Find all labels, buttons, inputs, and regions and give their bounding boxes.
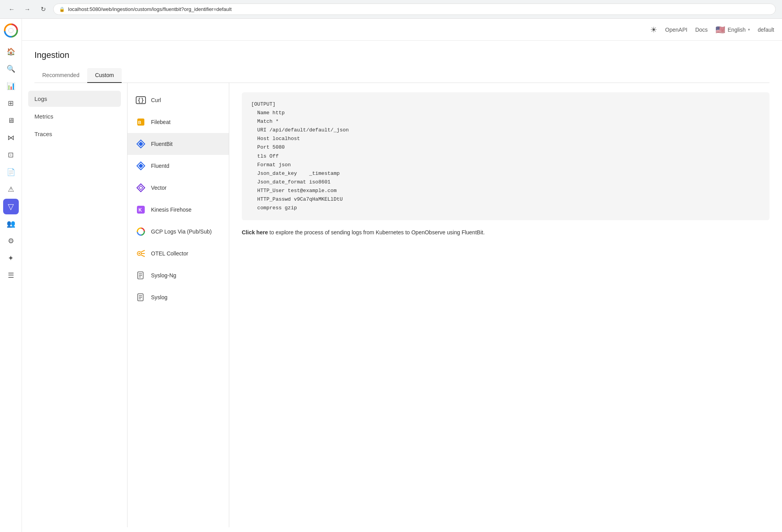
openapi-link[interactable]: OpenAPI: [665, 27, 687, 33]
tool-curl-label: Curl: [151, 97, 161, 103]
language-selector[interactable]: 🇺🇸 English ▾: [715, 25, 750, 34]
tool-syslog-label: Syslog: [151, 294, 167, 300]
ingestion-layout: Logs Metrics Traces {} Curl: [22, 83, 782, 527]
sidebar-item-plugins[interactable]: ✦: [3, 250, 19, 266]
fluentbit-icon: [135, 138, 146, 149]
svg-point-1: [9, 28, 13, 33]
sidebar-item-search[interactable]: 🔍: [3, 61, 19, 77]
tool-otel[interactable]: OTEL Collector: [128, 243, 229, 264]
tool-syslogng[interactable]: Syslog-Ng: [128, 264, 229, 286]
lock-icon: 🔒: [59, 7, 65, 12]
sidebar-item-more[interactable]: ☰: [3, 268, 19, 283]
tab-recommended[interactable]: Recommended: [34, 68, 87, 83]
sidebar-item-dashboard[interactable]: ⊞: [3, 95, 19, 111]
tool-curl[interactable]: {} Curl: [128, 89, 229, 111]
people-icon: 👥: [7, 219, 15, 228]
code-block: [OUTPUT] Name http Match * URI /api/defa…: [242, 92, 769, 220]
user-menu[interactable]: default: [758, 27, 774, 33]
user-label: default: [758, 27, 774, 33]
tool-fluentd[interactable]: Fluentd: [128, 155, 229, 177]
tool-gcp[interactable]: GCP Logs Via (Pub/Sub): [128, 221, 229, 243]
category-logs[interactable]: Logs: [28, 91, 121, 107]
bar-chart-icon: 📊: [7, 82, 15, 90]
tool-otel-label: OTEL Collector: [151, 250, 188, 257]
svg-line-17: [141, 255, 145, 257]
tabs-bar: Recommended Custom: [34, 68, 769, 83]
sidebar-item-home[interactable]: 🏠: [3, 44, 19, 59]
vector-icon: [135, 182, 146, 193]
sidebar-item-pipelines[interactable]: ⋈: [3, 130, 19, 146]
sidebar-item-monitor[interactable]: 🖥: [3, 113, 19, 128]
plugin-icon: ✦: [8, 254, 14, 262]
fluentd-icon: [135, 160, 146, 171]
tool-gcp-label: GCP Logs Via (Pub/Sub): [151, 228, 212, 235]
svg-marker-8: [137, 184, 145, 192]
sidebar-item-iam[interactable]: 👥: [3, 216, 19, 232]
flag-icon: 🇺🇸: [715, 25, 725, 34]
click-here-link[interactable]: Click here: [242, 229, 268, 235]
curl-icon: {}: [135, 95, 146, 106]
tool-filebeat[interactable]: B Filebeat: [128, 111, 229, 133]
link-suffix: to explore the process of sending logs f…: [268, 229, 485, 235]
url-text: localhost:5080/web/ingestion/custom/logs…: [68, 6, 232, 12]
syslog-icon: [135, 292, 146, 303]
svg-text:B: B: [138, 120, 141, 125]
browser-bar: ← → ↻ 🔒 localhost:5080/web/ingestion/cus…: [0, 0, 782, 19]
code-panel: [OUTPUT] Name http Match * URI /api/defa…: [229, 83, 782, 527]
sidebar-item-logs[interactable]: 📄: [3, 164, 19, 180]
link-text: Click here to explore the process of sen…: [242, 228, 769, 237]
openapi-label: OpenAPI: [665, 27, 687, 33]
category-panel: Logs Metrics Traces: [22, 83, 128, 527]
tool-vector[interactable]: Vector: [128, 177, 229, 199]
document-icon: 📄: [7, 168, 15, 176]
language-label: English: [728, 27, 746, 33]
grid-icon: ⊡: [8, 151, 14, 159]
sun-theme-toggle[interactable]: ☀: [650, 25, 657, 34]
syslogng-icon: [135, 270, 146, 281]
gcp-icon: [135, 226, 146, 237]
search-icon: 🔍: [7, 65, 15, 73]
svg-line-15: [141, 250, 145, 252]
monitor-icon: 🖥: [7, 117, 14, 125]
sidebar: 🏠 🔍 📊 ⊞ 🖥 ⋈ ⊡ 📄 ⚠ ▽ 👥: [0, 19, 22, 532]
back-button[interactable]: ←: [6, 4, 17, 15]
svg-point-14: [138, 253, 140, 254]
page-body: Ingestion Recommended Custom Logs Metric…: [22, 41, 782, 532]
docs-link[interactable]: Docs: [695, 27, 708, 33]
forward-button[interactable]: →: [22, 4, 33, 15]
logo[interactable]: [4, 23, 18, 38]
sidebar-item-alert-bell[interactable]: ⚠: [3, 182, 19, 197]
refresh-button[interactable]: ↻: [38, 4, 49, 15]
tool-vector-label: Vector: [151, 185, 167, 191]
kinesis-icon: K: [135, 204, 146, 215]
list-icon: ☰: [8, 271, 14, 280]
tool-fluentbit-label: FluentBit: [151, 141, 173, 147]
app: 🏠 🔍 📊 ⊞ 🖥 ⋈ ⊡ 📄 ⚠ ▽ 👥: [0, 19, 782, 532]
top-header: ☀ OpenAPI Docs 🇺🇸 English ▾ default: [22, 19, 782, 41]
page-header: Ingestion Recommended Custom: [22, 41, 782, 83]
page-title: Ingestion: [34, 50, 769, 60]
home-icon: 🏠: [7, 47, 15, 56]
category-traces[interactable]: Traces: [28, 126, 121, 142]
tab-custom[interactable]: Custom: [87, 68, 122, 83]
svg-marker-9: [139, 186, 143, 190]
docs-label: Docs: [695, 27, 708, 33]
chevron-down-icon: ▾: [748, 27, 750, 32]
address-bar[interactable]: 🔒 localhost:5080/web/ingestion/custom/lo…: [53, 4, 776, 15]
category-metrics[interactable]: Metrics: [28, 108, 121, 124]
dashboard-icon: ⊞: [8, 99, 14, 108]
tool-fluentd-label: Fluentd: [151, 163, 169, 169]
sidebar-item-alerts[interactable]: ⊡: [3, 147, 19, 163]
otel-icon: [135, 248, 146, 259]
tool-kinesis[interactable]: K Kinesis Firehose: [128, 199, 229, 221]
sidebar-item-ingestion[interactable]: ▽: [3, 199, 19, 214]
tool-fluentbit[interactable]: FluentBit: [128, 133, 229, 155]
alert-icon: ⚠: [8, 185, 14, 194]
sidebar-item-metrics[interactable]: 📊: [3, 78, 19, 94]
sidebar-item-settings[interactable]: ⚙: [3, 233, 19, 249]
tool-syslog[interactable]: Syslog: [128, 286, 229, 308]
share-icon: ⋈: [7, 133, 14, 142]
tool-filebeat-label: Filebeat: [151, 119, 171, 125]
main-content: ☀ OpenAPI Docs 🇺🇸 English ▾ default Inge…: [22, 19, 782, 532]
svg-marker-7: [138, 164, 143, 168]
